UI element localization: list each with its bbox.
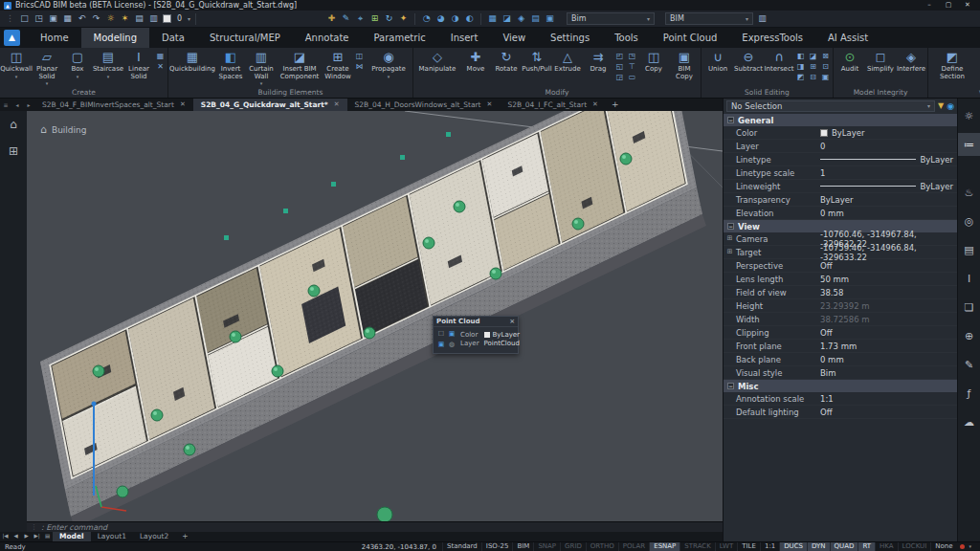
new-file-icon[interactable]: □ [18,12,31,25]
close-button[interactable]: ✕ [959,1,976,11]
orbit-icon[interactable]: ◔ [420,12,433,25]
close-tab-icon[interactable]: ✕ [487,101,493,108]
ribbon-tab[interactable]: Parametric [362,28,438,48]
collapse-icon[interactable]: − [727,223,734,230]
ribbon-tab[interactable]: Settings [538,28,602,48]
status-caret-icon[interactable]: ▾ [969,544,971,549]
popup-title-bar[interactable]: Point Cloud × [434,317,518,327]
property-value[interactable]: 0 mm [820,209,953,218]
properties-panel-icon[interactable]: ≔ [958,133,980,156]
property-value[interactable]: 38.72586 m [820,315,953,324]
tab-overflow-icon[interactable]: ≡ [0,102,11,108]
property-value[interactable]: 50 mm [820,275,953,284]
minimize-button[interactable]: – [921,1,938,11]
prev-layout-icon[interactable]: ◀ [11,534,21,540]
ribbon-mini-icon[interactable]: ◱ [614,61,625,72]
open-file-icon[interactable]: ◳ [33,12,45,25]
selection-cursor-icon[interactable]: ⌖ [354,12,367,25]
rotate-button[interactable]: ↻ Rotate [491,49,522,87]
status-dyn[interactable]: DYN [807,542,830,551]
tab-scroll-right-icon[interactable]: ▸ [23,102,34,108]
union-button[interactable]: ∪ Union [702,49,733,87]
pointcloud-clip-icon[interactable]: ▣ [436,340,446,349]
sheets-icon[interactable]: ❏ [958,296,980,319]
undo-icon[interactable]: ↶ [76,12,88,25]
quickbuilding-button[interactable]: ▦ Quickbuilding [169,49,215,87]
quickwall-button[interactable]: ◫ Quickwall ▾ [1,49,32,87]
ribbon-tab[interactable]: Annotate [293,28,362,48]
property-value[interactable]: 0 [820,142,953,151]
components-icon[interactable]: ⊕ [958,324,980,347]
layout-list-icon[interactable]: ▤ [42,534,53,540]
document-tab[interactable]: S2B_04_I_FC_alt_Start ✕ [500,99,606,111]
property-value[interactable]: ByLayer [820,128,953,138]
ribbon-tab[interactable]: Insert [438,28,491,48]
property-value[interactable]: Off [820,408,953,417]
pointcloud-bounding-box-icon[interactable]: ☐ [436,329,446,339]
property-value[interactable]: Off [820,261,953,271]
sketch-icon[interactable]: ✎ [340,12,352,25]
ribbon-tab[interactable]: Data [149,28,197,48]
property-value[interactable]: 0 mm [820,355,953,364]
status-strack[interactable]: STRACK [679,542,714,551]
property-value[interactable]: 38.58 [820,288,953,298]
toggle-visibility-icon[interactable]: ◉ [947,102,954,111]
manipulate-button[interactable]: ◇ Manipulate [414,49,460,87]
status-esnap[interactable]: ESNAP [649,542,679,551]
expand-icon[interactable]: ⊞ [727,248,733,255]
structure-browser-icon[interactable]: ⊞ [9,145,18,157]
ribbon-tab[interactable]: View [490,28,538,48]
magnet-icon[interactable]: ✦ [397,12,410,25]
layers-panel-icon[interactable]: ▤ [958,238,980,261]
plot-style-icon[interactable]: ▥ [147,12,160,25]
workspace-combo[interactable]: Bim▾ [567,12,655,25]
define-detailed-section-button[interactable]: ⊡ Define Detailed Section [975,49,980,88]
property-value[interactable]: 1.73 mm [820,342,953,351]
property-value[interactable]: Bim [820,368,953,378]
toolbar-grip-icon[interactable]: ⋮ [4,12,16,25]
last-layout-icon[interactable]: ▶| [32,534,42,540]
save-as-icon[interactable]: ▦ [61,12,74,25]
close-tab-icon[interactable]: ✕ [592,101,598,108]
simplify-button[interactable]: ◻ Simplify [865,49,896,87]
report-icon[interactable]: ▥ [756,12,768,25]
property-value[interactable]: -10759.46, -314966.84, -329633.22 [820,243,953,262]
staircase-button[interactable]: ▤ Staircase ▾ [93,49,123,87]
create-window-button[interactable]: ⊞ Create Window [323,49,353,87]
collapse-icon[interactable]: − [727,117,734,123]
parameters-icon[interactable]: ƒ [958,382,980,405]
ribbon-mini-icon[interactable]: ◳ [627,51,637,61]
layout-tab[interactable]: Model [53,532,91,541]
ribbon-mini-icon[interactable]: ◰ [614,51,625,61]
look-around-icon[interactable]: ◕ [434,12,447,25]
status-workspace[interactable]: BIM [512,542,533,551]
property-value[interactable]: ByLayer [820,195,953,205]
ribbon-tab[interactable]: Point Cloud [651,28,730,48]
ribbon-tab[interactable]: Tools [602,28,651,48]
ribbon-mini-icon[interactable]: ⊤ [627,61,637,72]
status-rt[interactable]: RT [858,542,875,551]
close-tab-icon[interactable]: ✕ [180,101,186,108]
tips-icon[interactable]: ☼ [958,104,980,127]
ribbon-mini-icon[interactable]: ◩ [795,72,806,82]
bim-copy-button[interactable]: ▣ BIM Copy [669,49,700,87]
interfere-button[interactable]: ◈ Interfere [896,49,926,87]
ribbon-mini-icon[interactable]: ⊡ [820,61,831,72]
ribbon-tab[interactable]: Modeling [81,28,150,48]
intersect-button[interactable]: ∩ Intersect [764,49,794,87]
collapse-icon[interactable]: − [727,383,734,389]
section-header-misc[interactable]: − Misc [724,380,957,392]
document-tab[interactable]: S2B_04_H_DoorsWindows_alt_Start ✕ [347,99,501,111]
render-icon[interactable]: ♨ [958,181,980,204]
document-tab[interactable]: S2B_04_F_BIMInvertSpaces_alt_Start ✕ [34,99,193,111]
status-snap[interactable]: SNAP [533,542,560,551]
layers-icon[interactable]: ▤ [133,12,145,25]
ribbon-mini-icon[interactable]: ⋈ [354,61,365,72]
maximize-button[interactable]: ▢ [940,1,957,11]
orbit-track-icon[interactable]: ↻ [383,12,395,25]
new-tab-button[interactable]: + [606,100,625,109]
copy-button[interactable]: ◫ Copy [638,49,669,87]
filter-icon[interactable]: ▼ [938,102,944,110]
section-header-general[interactable]: − General [724,114,957,126]
selection-dropdown[interactable]: No Selection ▾ [726,100,935,112]
